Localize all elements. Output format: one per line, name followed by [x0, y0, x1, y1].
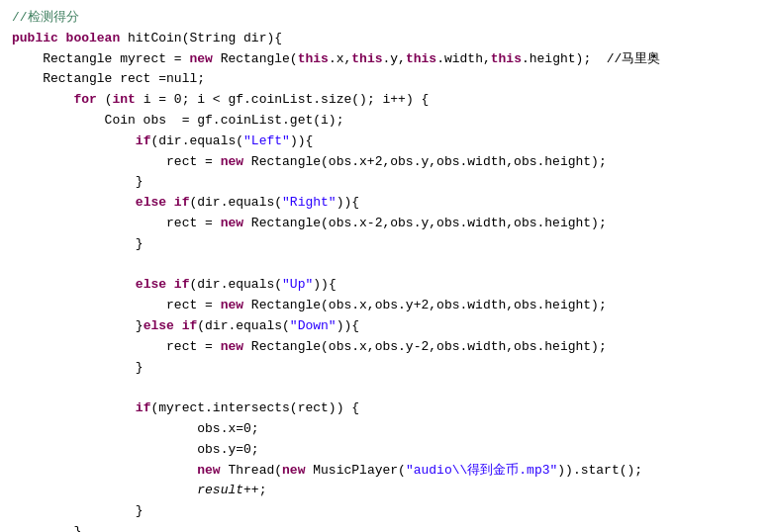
code-token: hitCoin(String dir){ [120, 31, 282, 45]
code-token: if [136, 133, 151, 148]
code-token: //检测得分 [12, 10, 79, 25]
code-line: rect = new Rectangle(obs.x-2,obs.y,obs.w… [0, 214, 771, 234]
code-token: (myrect.intersects(rect)) { [150, 400, 359, 415]
code-token: new [221, 339, 243, 354]
code-token: Rectangle myrect = [12, 51, 189, 66]
code-token: result [197, 483, 243, 497]
code-token: this [351, 51, 382, 66]
code-token: rect = [12, 154, 221, 169]
code-token: Rectangle(obs.x-2,obs.y,obs.width,obs.he… [243, 216, 607, 230]
code-token: new [221, 298, 243, 312]
code-token: "audio\\得到金币.mp3" [406, 463, 557, 478]
code-token: Thread( [221, 463, 282, 478]
code-token: rect = [12, 339, 221, 354]
code-token: else if [136, 195, 190, 210]
code-line: else if(dir.equals("Up")){ [0, 275, 771, 296]
code-token: else if [136, 277, 190, 292]
code-token: } [12, 318, 144, 333]
code-token [12, 133, 136, 148]
code-token: this [491, 51, 522, 66]
code-line: } [0, 522, 771, 532]
code-line: Rectangle rect =null; [0, 69, 771, 90]
code-line: else if(dir.equals("Right")){ [0, 193, 771, 214]
code-token: (dir.equals( [150, 133, 243, 148]
code-line: } [0, 172, 771, 193]
code-token: public [12, 31, 66, 45]
code-token: (dir.equals( [197, 318, 290, 333]
code-token [12, 483, 197, 497]
code-token: boolean [66, 31, 121, 45]
code-line: } [0, 234, 771, 255]
code-line: if(myrect.intersects(rect)) { [0, 399, 771, 419]
code-token: MusicPlayer( [305, 463, 405, 478]
code-token: )).start(); [557, 463, 642, 478]
code-token [12, 277, 136, 292]
code-token: new [189, 51, 212, 66]
code-line: result++; [0, 481, 771, 501]
code-token: "Down" [290, 318, 337, 333]
code-token: "Left" [243, 133, 290, 148]
code-token: )){ [290, 133, 313, 148]
code-token: new [282, 463, 305, 478]
code-token: )){ [337, 318, 359, 333]
code-line: Coin obs = gf.coinList.get(i); [0, 111, 771, 132]
code-token: else if [144, 318, 198, 333]
code-line: for (int i = 0; i < gf.coinList.size(); … [0, 90, 771, 111]
code-token: rect = [12, 216, 221, 230]
code-token: for [73, 92, 96, 107]
code-line [0, 255, 771, 276]
code-token: new [221, 154, 243, 169]
code-token: if [136, 400, 151, 415]
code-token: "Right" [282, 195, 337, 210]
code-editor: //检测得分public boolean hitCoin(String dir)… [0, 0, 771, 532]
code-token: Rectangle(obs.x,obs.y-2,obs.width,obs.he… [243, 339, 607, 354]
code-token: Rectangle(obs.x,obs.y+2,obs.width,obs.he… [243, 298, 607, 312]
code-token: ++; [243, 483, 266, 497]
code-line: //检测得分 [0, 8, 771, 29]
code-line: public boolean hitCoin(String dir){ [0, 29, 771, 49]
code-line: Rectangle myrect = new Rectangle(this.x,… [0, 49, 771, 70]
code-token: Rectangle(obs.x+2,obs.y,obs.width,obs.he… [243, 154, 607, 169]
code-token: rect = [12, 298, 221, 312]
code-line: new Thread(new MusicPlayer("audio\\得到金币.… [0, 461, 771, 482]
code-token: Rectangle rect =null; [12, 71, 205, 86]
code-token: new [221, 216, 243, 230]
code-line [0, 378, 771, 399]
code-line: obs.x=0; [0, 419, 771, 440]
code-token: ( [97, 92, 113, 107]
code-token: new [197, 463, 220, 478]
code-line: }else if(dir.equals("Down")){ [0, 316, 771, 337]
code-token: Rectangle( [213, 51, 298, 66]
code-token: "Up" [282, 277, 313, 292]
code-line: rect = new Rectangle(obs.x,obs.y-2,obs.w… [0, 337, 771, 358]
code-token: .width, [436, 51, 491, 66]
code-token: (dir.equals( [189, 277, 282, 292]
code-token: .y, [383, 51, 406, 66]
code-token [12, 195, 136, 210]
code-token: this [406, 51, 436, 66]
code-token: (dir.equals( [189, 195, 282, 210]
code-token: } [12, 360, 144, 375]
code-token: i = 0; i < gf.coinList.size(); i++) { [136, 92, 429, 107]
code-line: } [0, 501, 771, 522]
code-token: .x, [329, 51, 351, 66]
code-token: } [12, 174, 144, 189]
code-token: } [12, 503, 144, 518]
code-token [12, 463, 197, 478]
code-token: obs.y=0; [12, 442, 259, 457]
code-token: } [12, 236, 144, 251]
code-token: } [12, 524, 81, 532]
code-token: .height); //马里奥 [522, 51, 660, 66]
code-line: rect = new Rectangle(obs.x+2,obs.y,obs.w… [0, 152, 771, 173]
code-line: obs.y=0; [0, 440, 771, 461]
code-line: if(dir.equals("Left")){ [0, 132, 771, 152]
code-token [12, 400, 136, 415]
code-token: )){ [313, 277, 336, 292]
code-line: } [0, 358, 771, 379]
code-token: Coin obs = gf.coinList.get(i); [12, 113, 343, 128]
code-line: rect = new Rectangle(obs.x,obs.y+2,obs.w… [0, 296, 771, 316]
code-token: obs.x=0; [12, 421, 259, 436]
code-token: this [298, 51, 329, 66]
code-token [12, 92, 73, 107]
code-token: int [112, 92, 135, 107]
